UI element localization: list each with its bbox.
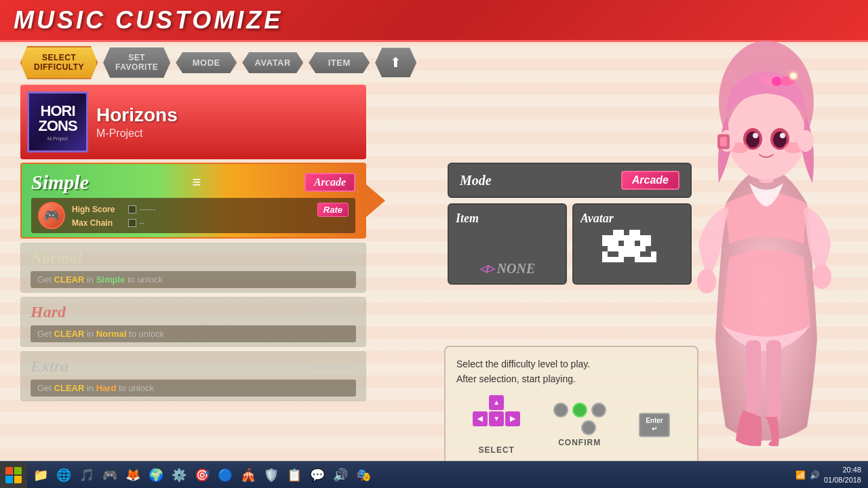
svg-rect-1 (613, 230, 618, 235)
svg-rect-30 (624, 251, 629, 257)
diff-normal-status: Unavailable (310, 253, 356, 263)
taskbar-icon-folder[interactable]: 📁 (30, 464, 52, 486)
diff-stat-rows: High Score ------ Rate Max Chain -- (72, 203, 349, 229)
taskbar-icon-app11[interactable]: 🎭 (353, 464, 374, 486)
difficulty-simple[interactable]: Simple ≡ Arcade 🎮 High Score ------ Rate… (20, 163, 366, 239)
svg-rect-10 (629, 235, 635, 241)
taskbar: 📁 🌐 🎵 🎮 🦊 🌍 ⚙️ 🎯 🔵 🎪 🛡️ 📋 💬 🔊 🎭 📶 🔊 20:4… (0, 461, 868, 488)
item-avatar-row: Item ◁▷ NONE Avatar (448, 203, 692, 285)
btn-circle-3 (581, 420, 596, 435)
svg-rect-9 (624, 235, 629, 241)
taskbar-icon-app4[interactable]: 🎯 (191, 464, 213, 486)
btn-circle-green (572, 403, 587, 418)
svg-rect-39 (640, 257, 646, 262)
tab-select-difficulty[interactable]: SELECT DIFFICULTY (20, 46, 98, 79)
taskbar-icon-steam[interactable]: 🎮 (99, 464, 121, 486)
taskbar-icon-app3[interactable]: ⚙️ (168, 464, 190, 486)
taskbar-icon-app8[interactable]: 📋 (283, 464, 305, 486)
diff-simple-header: Simple ≡ Arcade (31, 171, 355, 194)
max-chain-label: Max Chain (72, 218, 123, 228)
stat-box-1 (128, 205, 136, 214)
diff-extra-header: Extra Unavailable (31, 354, 356, 378)
svg-rect-27 (640, 246, 646, 251)
info-text: Select the difficulty level to play. Aft… (456, 357, 686, 387)
diff-simple-icon: ≡ (193, 174, 201, 191)
high-score-label: High Score (72, 205, 123, 214)
taskbar-icon-app10[interactable]: 🔊 (330, 464, 351, 486)
tab-set-favorite[interactable]: SET FAVORITE (103, 47, 170, 78)
difficulty-normal[interactable]: Normal Unavailable Get CLEAR in Simple t… (20, 243, 366, 293)
taskbar-icon-ie[interactable]: 🌐 (53, 464, 75, 486)
start-button[interactable] (0, 462, 27, 489)
song-art-sub: M-Project (47, 136, 68, 141)
tab-upload[interactable]: ⬆ (375, 47, 416, 77)
svg-rect-0 (602, 235, 608, 241)
dpad-empty-br (505, 428, 520, 443)
dpad-empty-tl (473, 395, 488, 410)
dpad-empty-bl (473, 428, 488, 443)
tab-set-favorite-label: SET FAVORITE (115, 53, 158, 73)
taskbar-icon-media[interactable]: 🎵 (76, 464, 98, 486)
difficulty-section: Simple ≡ Arcade 🎮 High Score ------ Rate… (20, 163, 366, 401)
normal-unlock-clear: CLEAR (54, 274, 85, 285)
win-logo-q1 (5, 467, 13, 474)
svg-rect-7 (613, 235, 618, 241)
tab-avatar-label: AVATAR (255, 58, 291, 68)
diff-simple-name: Simple (31, 171, 89, 194)
taskbar-icon-app7[interactable]: 🛡️ (260, 464, 282, 486)
song-panel: HORI ZONS M-Project Horizons M-Project (20, 85, 366, 159)
diff-normal-header: Normal Unavailable (31, 246, 356, 270)
item-none-text: NONE (497, 261, 536, 277)
mode-value: Arcade (621, 171, 679, 190)
song-art-line1: HORI ZONS (38, 104, 77, 134)
taskbar-icon-app2[interactable]: 🦊 (122, 464, 144, 486)
svg-rect-17 (624, 241, 629, 246)
taskbar-icon-app6[interactable]: 🎪 (237, 464, 259, 486)
tab-mode[interactable]: MODE (176, 52, 237, 73)
svg-rect-34 (602, 257, 608, 262)
diff-extra-name: Extra (31, 357, 68, 375)
song-artwork: HORI ZONS M-Project (27, 92, 88, 152)
diff-max-chain-row: Max Chain -- (72, 218, 349, 228)
taskbar-time: 20:48 (824, 465, 861, 474)
tab-mode-label: MODE (193, 58, 220, 68)
item-box-label: Item (456, 211, 479, 226)
extra-unlock-clear: CLEAR (54, 383, 85, 393)
diff-normal-unlock: Get CLEAR in Simple to unlock (31, 271, 356, 288)
dpad-down: ▼ (489, 411, 504, 426)
taskbar-icon-chrome[interactable]: 🌍 (145, 464, 167, 486)
item-arrows-icon: ◁▷ (479, 263, 494, 274)
svg-rect-25 (629, 246, 635, 251)
extra-unlock-diff: Hard (96, 383, 117, 393)
rate-badge: Rate (317, 203, 349, 217)
svg-rect-35 (608, 257, 613, 262)
win-logo-q2 (14, 467, 22, 474)
song-artist: M-Project (96, 127, 359, 140)
svg-rect-16 (613, 241, 618, 246)
tab-avatar[interactable]: AVATAR (242, 52, 303, 73)
select-label: SELECT (479, 445, 515, 455)
svg-rect-38 (635, 257, 640, 262)
tab-item[interactable]: ITEM (309, 52, 370, 73)
confirm-label: CONFIRM (558, 438, 601, 447)
difficulty-hard[interactable]: Hard Unavailable Get CLEAR in Normal to … (20, 297, 366, 347)
svg-rect-19 (640, 241, 646, 246)
mode-bar[interactable]: Mode Arcade (448, 163, 692, 198)
difficulty-extra[interactable]: Extra Unavailable Get CLEAR in Hard to u… (20, 351, 366, 401)
taskbar-icon-app5[interactable]: 🔵 (214, 464, 236, 486)
hard-unlock-clear: CLEAR (54, 329, 85, 339)
diff-high-score-row: High Score ------ Rate (72, 203, 349, 217)
dpad: ▲ ◀ ▼ ▶ (473, 395, 520, 443)
btn-circle-2 (591, 403, 606, 418)
dpad-left: ◀ (473, 411, 488, 426)
svg-rect-4 (635, 230, 640, 235)
avatar-box[interactable]: Avatar (572, 203, 692, 285)
page-title: MUSIC CUSTOMIZE (14, 6, 283, 35)
taskbar-icon-app9[interactable]: 💬 (307, 464, 328, 486)
btn-circle-1 (553, 403, 568, 418)
normal-unlock-diff: Simple (96, 274, 125, 285)
dpad-group: ▲ ◀ ▼ ▶ SELECT (473, 395, 520, 455)
item-box[interactable]: Item ◁▷ NONE (448, 203, 567, 285)
diff-hard-status: Unavailable (310, 307, 356, 317)
avatar-box-label: Avatar (580, 211, 614, 226)
